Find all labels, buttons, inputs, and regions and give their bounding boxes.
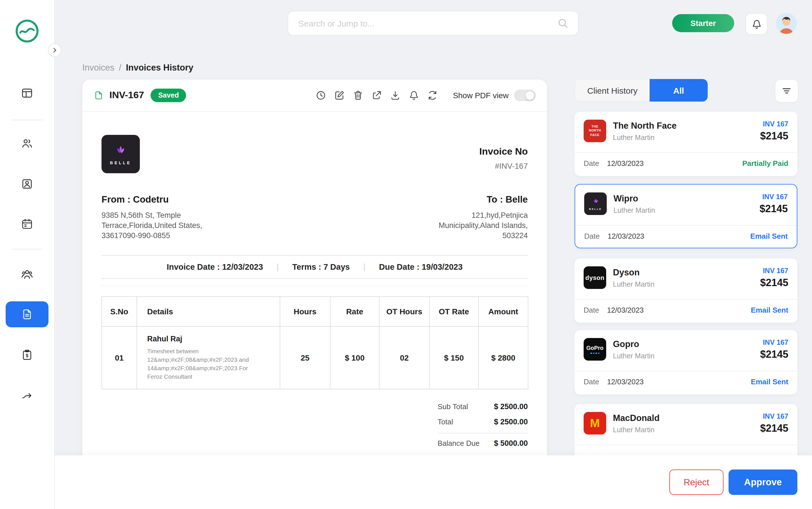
sidebar-item-calendar[interactable] — [6, 211, 48, 237]
dashboard-icon — [21, 87, 33, 99]
history-button[interactable] — [315, 90, 327, 101]
reminder-button[interactable] — [408, 90, 419, 101]
share-export-icon — [371, 90, 382, 101]
history-card-names: The North Face Luther Martin — [613, 120, 753, 142]
from-heading: From : Codetru — [102, 194, 217, 205]
invoice-document-icon — [21, 308, 33, 320]
clock-icon — [315, 90, 327, 101]
history-card-footer: Date 12/03/2023 Email Sent — [575, 225, 797, 247]
app-root: $ Starter Invoic — [0, 0, 812, 509]
cell-ot-hours: 02 — [379, 327, 430, 389]
invoice-terms: Terms : 7 Days — [292, 262, 349, 271]
col-ot-rate: OT Rate — [430, 297, 478, 327]
filter-button[interactable] — [775, 79, 799, 103]
invoice-toolbar — [315, 90, 438, 101]
sidebar-item-invoices[interactable] — [6, 301, 48, 327]
sidebar-item-team[interactable] — [6, 261, 48, 287]
invoice-file-icon — [94, 90, 104, 100]
tab-all[interactable]: All — [650, 79, 708, 102]
edit-button[interactable] — [334, 90, 345, 101]
invoice-ref: INV 167 — [760, 193, 788, 201]
history-card-wipro[interactable]: BELLE Wipro Luther Martin INV 167 $2145 … — [575, 184, 797, 248]
sidebar-item-billing[interactable]: $ — [6, 342, 48, 368]
meta-separator: | — [276, 262, 279, 271]
refresh-button[interactable] — [427, 90, 438, 101]
sidebar-item-logout[interactable] — [6, 383, 48, 409]
date-label: Date — [584, 306, 599, 314]
line-item-description: Timesheet between 12&amp;#x2F;08&amp;#x2… — [147, 347, 263, 381]
approve-button[interactable]: Approve — [729, 470, 797, 495]
logo-text: BELLE — [589, 207, 602, 210]
mcdonalds-logo: M — [584, 412, 606, 435]
table-header-row: S.No Details Hours Rate OT Hours OT Rate… — [102, 297, 528, 327]
col-sno: S.No — [102, 297, 137, 327]
logout-arrow-icon — [21, 389, 33, 402]
sidebar-expand-button[interactable] — [48, 43, 62, 57]
pdf-view-control: Show PDF view — [453, 90, 536, 101]
invoice-ref: INV 167 — [760, 412, 788, 420]
from-address: 9385 N,56th St, Temple Terrace,Florida,U… — [102, 210, 217, 241]
history-card-footer: Date 12/03/2023 Email Sent — [575, 371, 797, 392]
gopro-logo: GoPro — [584, 338, 606, 361]
cell-rate: $ 100 — [330, 327, 379, 389]
flower-icon — [113, 144, 128, 158]
search-icon — [557, 17, 569, 29]
company-name: The North Face — [613, 121, 753, 131]
breadcrumb-invoices[interactable]: Invoices — [82, 63, 114, 73]
search-input[interactable] — [297, 18, 557, 29]
date-value: 12/03/2023 — [607, 377, 644, 386]
share-button[interactable] — [371, 90, 382, 101]
toggle-knob — [525, 91, 534, 100]
contact-name: Luther Martin — [613, 134, 753, 142]
pdf-view-toggle[interactable] — [514, 90, 536, 101]
date-label: Date — [584, 159, 599, 168]
filter-icon — [781, 85, 792, 97]
date-label: Date — [584, 377, 599, 386]
invoice-amount: $2145 — [760, 277, 788, 289]
line-item-name: Rahul Raj — [147, 334, 279, 343]
history-card-the-north-face[interactable]: THE NORTH FACE The North Face Luther Mar… — [575, 112, 797, 176]
history-card-amounts: INV 167 $2145 — [760, 338, 788, 361]
billing-clipboard-icon: $ — [21, 349, 33, 361]
sidebar-item-dashboard[interactable] — [6, 80, 48, 106]
col-ot-hours: OT Hours — [379, 297, 430, 327]
sidebar-item-employees[interactable] — [6, 171, 48, 197]
gopro-dots — [590, 353, 599, 354]
history-card-dyson[interactable]: dyson Dyson Luther Martin INV 167 $2145 … — [575, 259, 797, 323]
invoice-ref: INV 167 — [760, 120, 788, 128]
user-avatar[interactable] — [776, 13, 797, 34]
notifications-button[interactable] — [745, 13, 768, 35]
logo-text: M — [590, 416, 600, 430]
invoice-ref: INV 167 — [760, 267, 788, 275]
history-card-names: Dyson Luther Martin — [613, 266, 753, 289]
bottom-action-bar: Reject Approve — [54, 455, 812, 509]
delete-button[interactable] — [353, 90, 364, 101]
company-name: Dyson — [613, 268, 753, 278]
date-label: Date — [584, 232, 600, 240]
invoice-date: Invoice Date : 12/03/2023 — [167, 262, 263, 271]
invoice-due-date: Due Date : 19/03/2023 — [379, 262, 463, 271]
meta-underline — [102, 285, 528, 286]
invoice-ref: INV 167 — [760, 339, 788, 346]
history-card-gopro[interactable]: GoPro Gopro Luther Martin INV 167 $2145 … — [575, 330, 797, 395]
cell-sno: 01 — [102, 327, 137, 389]
reject-button[interactable]: Reject — [669, 470, 724, 495]
plan-starter-button[interactable]: Starter — [672, 14, 734, 32]
history-card-footer: Date 12/03/2023 Partially Paid — [575, 152, 797, 174]
status-badge: Email Sent — [750, 232, 788, 240]
tab-client-history[interactable]: Client History — [575, 79, 650, 102]
download-button[interactable] — [390, 90, 401, 101]
status-badge: Partially Paid — [742, 159, 788, 168]
balance-due-value: $ 5000.00 — [494, 439, 528, 447]
invoice-amount: $2145 — [760, 203, 788, 215]
contact-name: Luther Martin — [614, 207, 753, 214]
cell-details: Rahul Raj Timesheet between 12&amp;#x2F;… — [137, 327, 280, 389]
cell-hours: 25 — [280, 327, 330, 389]
status-badge: Email Sent — [751, 306, 788, 314]
search-bar[interactable] — [288, 11, 579, 36]
history-card-top: dyson Dyson Luther Martin INV 167 $2145 — [575, 259, 797, 299]
table-row: 01 Rahul Raj Timesheet between 12&amp;#x… — [102, 327, 528, 389]
subtotal-row: Sub Total $ 2500.00 — [438, 402, 528, 411]
date-value: 12/03/2023 — [607, 159, 644, 168]
sidebar-item-users[interactable] — [6, 130, 48, 156]
